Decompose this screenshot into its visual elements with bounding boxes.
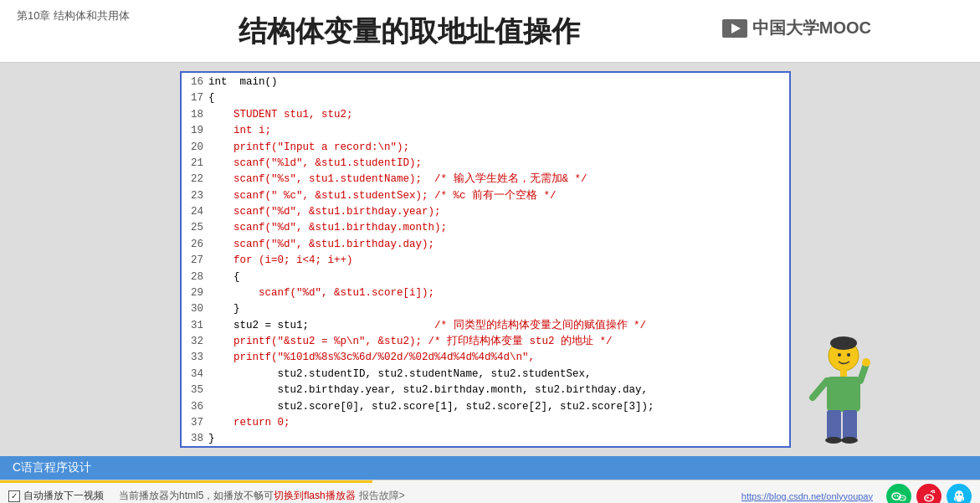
chapter-label: 第10章 结构体和共用体 xyxy=(17,8,130,23)
svg-point-28 xyxy=(957,499,962,501)
code-line: 22 scanf("%s", stu1.studentName); /* 输入学… xyxy=(182,172,789,187)
code-line: 23 scanf(" %c", &stu1.studentSex); /* %c… xyxy=(182,188,789,204)
code-line: 26 scanf("%d", &stu1.birthday.day); xyxy=(182,237,789,253)
weibo-icon[interactable] xyxy=(916,484,942,504)
wechat-icon[interactable] xyxy=(886,484,911,504)
code-line: 25 scanf("%d", &stu1.birthday.month); xyxy=(182,220,789,236)
svg-rect-6 xyxy=(840,370,847,377)
svg-rect-7 xyxy=(827,377,860,412)
code-line: 38 } xyxy=(182,431,789,447)
code-line: 32 printf("&stu2 = %p\n", &stu2); /* 打印结… xyxy=(182,334,789,350)
mooc-logo-text: 中国大学MOOC xyxy=(752,17,871,39)
svg-point-5 xyxy=(847,353,850,357)
code-line: 21 scanf("%ld", &stu1.studentID); xyxy=(182,156,789,172)
qq-icon[interactable] xyxy=(947,484,972,504)
svg-point-26 xyxy=(957,493,958,495)
code-line: 30 } xyxy=(182,301,789,317)
code-line: 16 int main() xyxy=(182,74,789,90)
code-line: 17 { xyxy=(182,90,789,106)
svg-point-3 xyxy=(830,336,857,350)
auto-play-checkbox[interactable]: ✓ 自动播放下一视频 xyxy=(8,489,104,503)
svg-point-16 xyxy=(895,495,896,496)
svg-rect-12 xyxy=(843,410,857,439)
svg-point-23 xyxy=(926,496,928,498)
svg-line-8 xyxy=(813,381,827,398)
svg-point-10 xyxy=(862,358,870,367)
code-line: 31 stu2 = stu1; /* 同类型的结构体变量之间的赋值操作 */ xyxy=(182,318,789,334)
svg-rect-11 xyxy=(827,410,841,439)
mooc-logo: 中国大学MOOC xyxy=(722,17,871,39)
code-line: 28 { xyxy=(182,269,789,285)
svg-point-24 xyxy=(930,498,931,500)
code-line: 29 scanf("%d", &stu1.score[i]); xyxy=(182,285,789,301)
status-bar: ✓ 自动播放下一视频 当前播放器为html5，如播放不畅可切换到flash播放器… xyxy=(0,480,980,503)
svg-point-20 xyxy=(902,497,904,499)
subject-label: C语言程序设计 xyxy=(0,456,980,480)
svg-point-25 xyxy=(955,490,963,500)
right-figure xyxy=(798,63,890,456)
page-title: 结构体变量的取地址值操作 xyxy=(239,13,580,51)
svg-point-27 xyxy=(960,493,962,495)
code-line: 20 printf("Input a record:\n"); xyxy=(182,140,789,156)
social-icons xyxy=(886,484,972,504)
svg-point-17 xyxy=(897,495,899,496)
svg-point-4 xyxy=(838,353,841,357)
code-line: 27 for (i=0; i<4; i++) xyxy=(182,253,789,269)
blog-url[interactable]: https://blog.csdn.net/onlyyoupay xyxy=(741,491,873,501)
svg-point-22 xyxy=(926,495,932,500)
code-line: 35 stu2.birthday.year, stu2.birthday.mon… xyxy=(182,382,789,398)
auto-play-label: 自动播放下一视频 xyxy=(23,489,104,503)
code-line: 36 stu2.score[0], stu2.score[1], stu2.sc… xyxy=(182,399,789,415)
report-link[interactable]: 报告故障> xyxy=(359,490,405,501)
svg-line-9 xyxy=(860,364,866,381)
code-line: 34 stu2.studentID, stu2.studentName, stu… xyxy=(182,367,789,382)
code-panel: 16 int main() 17 { 18 STUDENT stu1, stu2… xyxy=(180,71,791,448)
code-line: 37 return 0; xyxy=(182,415,789,431)
code-line: 18 STUDENT stu1, stu2; xyxy=(182,107,789,123)
status-text: 当前播放器为html5，如播放不畅可切换到flash播放器报告故障> xyxy=(119,489,405,503)
svg-point-13 xyxy=(825,437,842,444)
code-line: 19 int i; xyxy=(182,123,789,139)
svg-point-19 xyxy=(900,497,902,499)
code-line: 24 scanf("%d", &stu1.birthday.year); xyxy=(182,204,789,220)
svg-point-14 xyxy=(841,437,858,444)
code-line: 33 printf("%101d%8s%3c%6d/%02d/%02d%4d%4… xyxy=(182,350,789,366)
flash-link[interactable]: 切换到flash播放器 xyxy=(274,490,355,501)
